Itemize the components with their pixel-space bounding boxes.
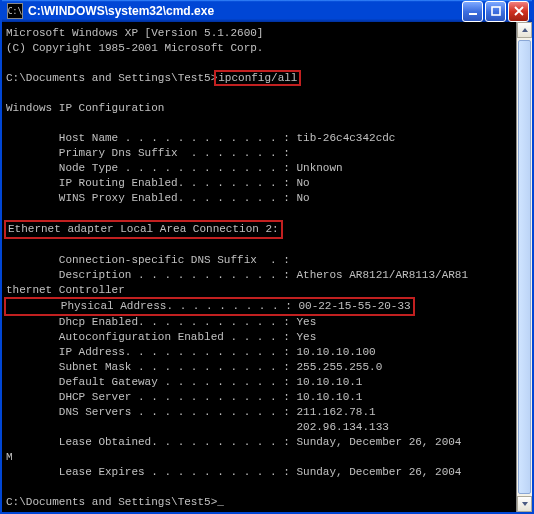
row-dns-servers: DNS Servers . . . . . . . . . . . : 211.… [6,406,376,418]
row-primary-dns: Primary Dns Suffix . . . . . . . : [6,147,290,159]
section-win-ip: Windows IP Configuration [6,102,164,114]
vertical-scrollbar[interactable] [516,22,532,512]
titlebar[interactable]: C:\ C:\WINDOWS\system32\cmd.exe [2,0,532,22]
close-button[interactable] [508,1,529,22]
scroll-up-button[interactable] [517,22,532,38]
row-lease-obtained: Lease Obtained. . . . . . . . . . : Sund… [6,436,461,448]
cmd-window: C:\ C:\WINDOWS\system32\cmd.exe Microsof… [0,0,534,514]
scroll-down-button[interactable] [517,496,532,512]
row-description: Description . . . . . . . . . . . : Athe… [6,269,468,281]
scroll-thumb[interactable] [518,40,531,494]
row-conn-dns: Connection-specific DNS Suffix . : [6,254,290,266]
row-subnet-mask: Subnet Mask . . . . . . . . . . . : 255.… [6,361,382,373]
command-highlight: ipconfig/all [214,70,301,86]
row-lease-expires: Lease Expires . . . . . . . . . . : Sund… [6,466,461,478]
row-dns-servers-2: 202.96.134.133 [6,421,389,433]
prompt-2: C:\Documents and Settings\Test5> [6,496,217,508]
row-autoconf: Autoconfiguration Enabled . . . . : Yes [6,331,316,343]
row-lease-obtained-wrap: M [6,451,13,463]
adapter-title-highlight: Ethernet adapter Local Area Connection 2… [4,220,283,239]
row-node-type: Node Type . . . . . . . . . . . . : Unkn… [6,162,343,174]
row-wins-proxy: WINS Proxy Enabled. . . . . . . . : No [6,192,310,204]
physical-address-highlight: Physical Address. . . . . . . . . : 00-2… [4,297,415,316]
terminal-output[interactable]: Microsoft Windows XP [Version 5.1.2600] … [2,22,516,512]
row-default-gateway: Default Gateway . . . . . . . . . : 10.1… [6,376,362,388]
svg-rect-1 [492,7,500,15]
row-ip-routing: IP Routing Enabled. . . . . . . . : No [6,177,310,189]
prompt-1: C:\Documents and Settings\Test5> [6,72,217,84]
window-title: C:\WINDOWS\system32\cmd.exe [28,4,462,18]
row-host-name: Host Name . . . . . . . . . . . . : tib-… [6,132,395,144]
cmd-icon: C:\ [7,3,23,19]
header-line-2: (C) Copyright 1985-2001 Microsoft Corp. [6,42,263,54]
row-ip-address: IP Address. . . . . . . . . . . . : 10.1… [6,346,376,358]
window-buttons [462,1,529,22]
terminal-wrap: Microsoft Windows XP [Version 5.1.2600] … [2,22,532,512]
row-dhcp-server: DHCP Server . . . . . . . . . . . : 10.1… [6,391,362,403]
minimize-button[interactable] [462,1,483,22]
header-line-1: Microsoft Windows XP [Version 5.1.2600] [6,27,263,39]
row-dhcp-enabled: Dhcp Enabled. . . . . . . . . . . : Yes [6,316,316,328]
cursor: _ [217,496,224,508]
scroll-track[interactable] [517,38,532,496]
svg-rect-0 [469,13,477,15]
row-description-wrap: thernet Controller [6,284,125,296]
maximize-button[interactable] [485,1,506,22]
